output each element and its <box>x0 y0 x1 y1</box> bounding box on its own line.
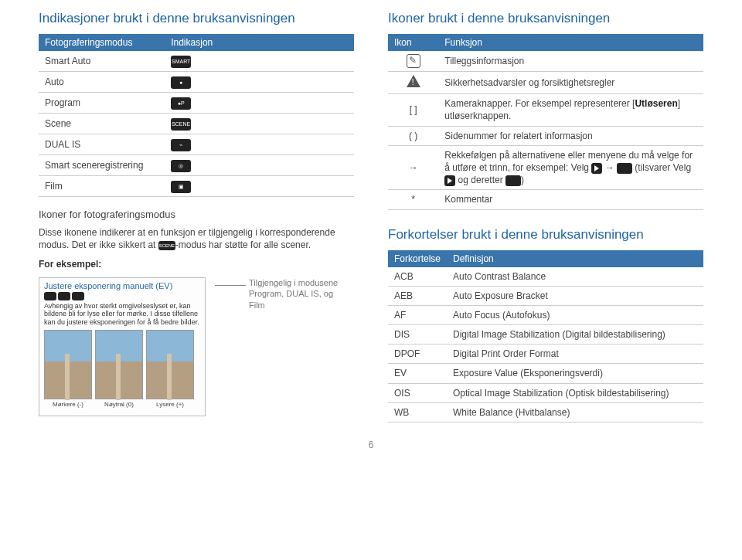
abbrev-val: White Balance (Hvitbalanse) <box>447 402 703 422</box>
abbrev-key: DPOF <box>388 344 447 364</box>
example-note: Tilgjengelig i modusene Program, DUAL IS… <box>249 277 349 311</box>
abbrev-val: Auto Exposure Bracket <box>447 286 703 305</box>
th-indication: Indikasjon <box>165 34 354 51</box>
example-body: Avhengig av hvor sterkt omgivelseslyset … <box>44 302 200 327</box>
th-mode: Fotograferingsmodus <box>39 34 165 51</box>
func-text: Sidenummer for relatert informasjon <box>438 126 703 145</box>
abbrev-val: Auto Focus (Autofokus) <box>447 305 703 324</box>
func-text: Rekkefølgen på alternativene eller menye… <box>438 145 703 190</box>
mode-label: Program <box>39 93 165 114</box>
abbrev-val: Digital Print Order Format <box>447 344 703 364</box>
mini-program-icon <box>44 292 56 300</box>
example-panel: Justere eksponering manuelt (EV) Avhengi… <box>39 277 206 416</box>
thumb-lighter <box>146 330 194 399</box>
smart-auto-icon: SMART <box>171 56 191 68</box>
abbrev-key: ACB <box>388 267 447 287</box>
mode-label: Auto <box>39 72 165 93</box>
abbrev-val: Optical Image Stabilization (Optisk bild… <box>447 383 703 402</box>
abbrev-val: Digital Image Stabilization (Digital bil… <box>447 325 703 344</box>
auto-icon: ● <box>171 76 191 89</box>
mode-label: Film <box>39 176 165 197</box>
parens-symbol: ( ) <box>388 126 438 145</box>
func-text: Kameraknapper. For eksempel representere… <box>438 94 703 126</box>
arrow-chip-icon <box>591 163 602 174</box>
func-text: Tilleggsinformasjon <box>438 51 703 72</box>
arrow-chip-icon <box>444 175 455 186</box>
note-icon <box>407 54 420 68</box>
abbrev-key: OIS <box>388 383 447 402</box>
example-thumbs <box>44 330 200 399</box>
program-icon: ●P <box>171 97 191 110</box>
func-text: Sikkerhetsadvarsler og forsiktighetsregl… <box>438 72 703 94</box>
warning-icon <box>407 75 420 87</box>
film-chip-icon <box>617 163 632 174</box>
brackets-symbol: [ ] <box>388 94 438 126</box>
mode-label: DUAL IS <box>39 134 165 155</box>
heading-mode-icons: Ikoner for fotograferingsmodus <box>39 208 354 222</box>
example-title: Justere eksponering manuelt (EV) <box>44 281 200 300</box>
abbrev-val: Exposure Value (Eksponeringsverdi) <box>447 364 703 383</box>
abbrev-key: WB <box>388 402 447 422</box>
mode-label: Scene <box>39 114 165 134</box>
abbrev-table: Forkortelse Definisjon ACBAuto Contrast … <box>388 250 703 423</box>
abbrev-val: Auto Contrast Balance <box>447 267 703 287</box>
abbrev-key: EV <box>388 364 447 383</box>
heading-indications: Indikasjoner brukt i denne bruksanvisnin… <box>39 11 354 26</box>
for-example-label: For eksempel: <box>39 258 354 271</box>
modes-table: Fotograferingsmodus Indikasjon Smart Aut… <box>39 34 354 197</box>
film-chip-icon <box>505 175 521 186</box>
mini-dualis-icon <box>58 292 70 300</box>
arrow-symbol: → <box>388 145 438 190</box>
film-icon: ▣ <box>171 181 191 193</box>
scene-chip-icon: SCENE <box>158 241 175 250</box>
th-definition: Definisjon <box>447 250 703 267</box>
mode-icons-desc: Disse ikonene indikerer at en funksjon e… <box>39 226 354 253</box>
abbrev-key: DIS <box>388 325 447 344</box>
mode-label: Smart Auto <box>39 51 165 72</box>
page-number: 6 <box>39 440 703 450</box>
mode-label: Smart sceneregistrering <box>39 155 165 176</box>
th-icon: Ikon <box>388 34 438 51</box>
dual-is-icon: ⌁ <box>171 139 191 151</box>
abbrev-key: AEB <box>388 286 447 305</box>
heading-abbrev: Forkortelser brukt i denne bruksanvisnin… <box>388 227 703 243</box>
asterisk-symbol: * <box>388 190 438 209</box>
thumb-labels: Mørkere (-) Nøytral (0) Lysere (+) <box>44 401 200 408</box>
func-text: Kommentar <box>438 190 703 209</box>
icons-table: Ikon Funksjon Tilleggsinformasjon Sikker… <box>388 34 703 210</box>
heading-icons: Ikoner brukt i denne bruksanvisningen <box>388 11 703 26</box>
mini-film-icon <box>72 292 84 300</box>
th-abbrev: Forkortelse <box>388 250 447 267</box>
thumb-neutral <box>95 330 143 399</box>
smart-scene-icon: ◎ <box>171 160 191 172</box>
scene-icon: SCENE <box>171 118 191 131</box>
abbrev-key: AF <box>388 305 447 324</box>
th-function: Funksjon <box>438 34 703 51</box>
leader-line <box>215 285 246 286</box>
thumb-darker <box>44 330 92 399</box>
